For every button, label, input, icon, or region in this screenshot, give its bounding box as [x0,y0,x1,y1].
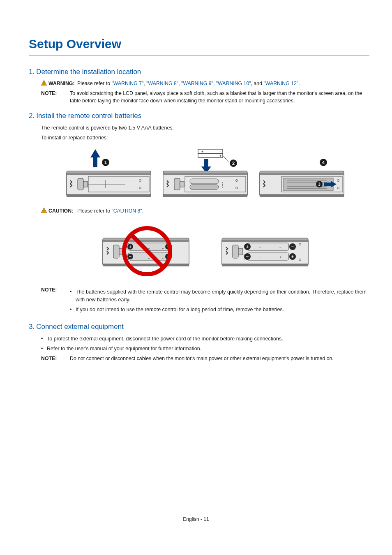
s2-intro-1: The remote control is powered by two 1.5… [41,124,369,132]
section-1-text: Determine the installation location [36,68,141,76]
link-warning-8[interactable]: "WARNING 8" [146,81,178,86]
s2-intro-2: To install or replace batteries: [41,134,369,142]
battery-step-1-figure: 1 [65,148,153,202]
section-3-text: Connect external equipment [36,323,124,331]
svg-text:+: + [246,244,248,249]
s1-note-text: To avoid scratching the LCD panel, alway… [70,90,369,105]
section-1-num: 1. [29,68,35,76]
page-footer: English - 11 [0,516,392,522]
s3-note-text: Do not connect or disconnect cables when… [70,355,369,363]
svg-rect-61 [103,240,189,242]
svg-rect-95 [247,253,288,260]
svg-rect-13 [83,181,88,187]
svg-text:−: − [201,154,203,158]
svg-rect-88 [247,243,288,250]
svg-rect-37 [190,185,219,190]
section-2-heading: 2.Install the remote control batteries [29,112,369,120]
svg-marker-2 [90,149,100,157]
svg-text:+: + [259,245,261,249]
battery-correct-figure: + − +− − + −+ [218,222,312,279]
caution-icon: ! [41,208,47,215]
svg-rect-36 [190,179,219,184]
svg-rect-85 [238,248,242,255]
link-warning-10[interactable]: "WARNING 10" [216,81,251,86]
s2-figure-row-2: + − +− − + −+ [41,222,369,279]
svg-text:−: − [291,244,293,249]
s2-note-bullet-2: •If you do not intend to use the remote … [70,306,369,314]
section-1-heading: 1.Determine the installation location [29,68,369,76]
section-2-text: Install the remote control batteries [36,112,141,120]
battery-wrong-figure: + − +− − + −+ [99,222,193,279]
svg-text:−: − [148,257,150,260]
svg-text:1: 1 [104,160,107,165]
section-3-heading: 3.Connect external equipment [29,323,369,331]
link-warning-7[interactable]: "WARNING 7" [111,81,143,86]
svg-text:+: + [201,150,203,154]
svg-text:2: 2 [232,161,235,166]
svg-text:−: − [162,247,164,250]
svg-text:+: + [129,244,131,249]
svg-rect-3 [93,157,97,167]
note-label: NOTE: [41,287,70,315]
svg-text:−: − [219,150,221,154]
svg-rect-30 [163,173,247,175]
svg-rect-83 [222,240,308,242]
svg-rect-24 [204,159,208,166]
svg-rect-78 [103,264,189,266]
battery-step-2-figure: + − − + 2 [161,148,249,202]
svg-rect-62 [113,245,119,258]
note-label: NOTE: [41,355,70,363]
warning-icon: ! [41,80,47,88]
svg-rect-56 [260,195,344,197]
link-warning-9[interactable]: "WARNING 9" [181,81,213,86]
s2-figure-row-1: 1 [41,148,369,202]
note-label: NOTE: [41,90,70,105]
s2-note-row: NOTE: •The batteries supplied with the r… [41,287,369,315]
link-caution-8[interactable]: "CAUTION 8" [111,208,142,214]
section-3-num: 3. [29,323,35,331]
footer-lang: English [183,516,199,522]
svg-text:−: − [259,255,261,259]
svg-text:+: + [291,254,293,259]
svg-text:+: + [162,257,164,260]
svg-rect-54 [324,183,331,186]
s2-caution-body: Please refer to "CAUTION 8". [77,208,369,215]
s1-warning-row: ! WARNING: Please refer to "WARNING 7", … [41,80,369,88]
svg-text:3: 3 [318,182,321,187]
svg-text:!: ! [44,209,45,213]
svg-text:4: 4 [322,160,325,165]
s2-note-bullet-1: •The batteries supplied with the remote … [70,288,369,304]
caution-label: CAUTION: [48,208,77,215]
section-2-num: 2. [29,112,35,120]
s1-warning-body: Please refer to "WARNING 7", "WARNING 8"… [77,80,369,88]
svg-rect-8 [67,173,151,175]
svg-text:+: + [279,255,281,259]
s1-note-row: NOTE: To avoid scratching the LCD panel,… [41,90,369,105]
svg-rect-102 [222,264,308,266]
svg-rect-43 [260,173,344,175]
footer-page-number: 11 [203,516,209,522]
svg-text:+: + [219,154,221,158]
s3-note-row: NOTE: Do not connect or disconnect cable… [41,355,369,363]
svg-text:−: − [129,254,131,259]
svg-text:!: ! [44,81,45,86]
page-title: Setup Overview [29,37,369,51]
svg-rect-12 [78,178,83,190]
battery-step-3-figure: 4 [258,148,346,202]
s3-bullet-2: •Refer to the user's manual of your equi… [41,345,369,353]
link-warning-12[interactable]: "WARNING 12" [263,81,298,86]
svg-text:−: − [279,245,281,249]
svg-rect-16 [67,195,151,197]
svg-rect-34 [174,178,180,190]
svg-rect-38 [163,195,247,197]
svg-rect-84 [233,245,238,258]
title-rule [29,55,369,56]
s2-caution-row: ! CAUTION: Please refer to "CAUTION 8". [41,208,369,215]
page-content: Setup Overview 1.Determine the installat… [0,0,392,382]
svg-line-23 [223,155,229,162]
svg-rect-35 [180,181,184,187]
warning-label: WARNING: [48,80,77,88]
svg-text:−: − [246,254,248,259]
s3-bullet-1: •To protect the external equipment, disc… [41,335,369,343]
